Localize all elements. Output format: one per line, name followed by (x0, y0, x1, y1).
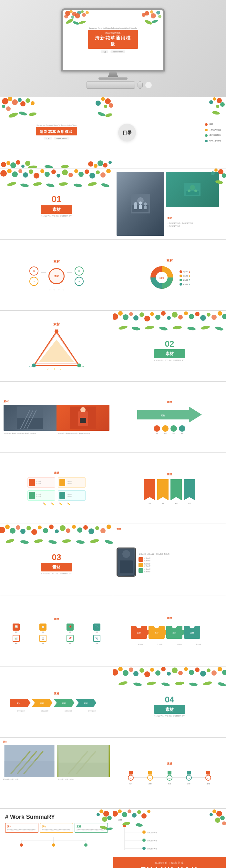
slide10-label: 素材 (167, 400, 172, 404)
svg-point-33 (105, 98, 111, 104)
svg-rect-257 (59, 763, 109, 777)
slide16-label: 素材 (167, 616, 172, 620)
svg-rect-104 (186, 191, 199, 195)
slide17-at4: 文字内容文字 (81, 710, 104, 712)
svg-point-135 (184, 311, 188, 315)
svg-point-304 (216, 811, 222, 816)
svg-point-11 (72, 21, 79, 25)
slide9-text2: 文字内容文字内容文字内容文字内容文字内容 (58, 432, 109, 435)
slide8-sublabel: ANNUAL WORK SUMMARY (154, 359, 185, 361)
svg-point-22 (8, 97, 12, 101)
svg-point-65 (29, 169, 33, 174)
svg-text:素材: 素材 (29, 366, 32, 367)
svg-point-297 (127, 809, 131, 813)
svg-point-232 (178, 671, 183, 675)
slide1-btn2[interactable]: Report Person (54, 137, 69, 140)
slide2-label-4: 明年工作计划 (209, 140, 221, 142)
slide12-ribbon2: 素材 (157, 479, 168, 504)
slide9-photo1 (4, 405, 57, 431)
slide-8-section02: 02 素材 ANNUAL WORK SUMMARY (113, 310, 226, 382)
svg-point-63 (18, 169, 22, 173)
svg-point-243 (147, 681, 156, 686)
svg-marker-165 (184, 479, 195, 500)
svg-point-56 (220, 102, 225, 107)
monitor-display: Europe And The United States To Restore … (0, 0, 226, 97)
slide11-edit-icon1: ✏️ (43, 502, 46, 505)
svg-point-69 (51, 169, 56, 174)
slide1-btn1[interactable]: 汇报 (44, 137, 52, 140)
svg-point-292 (52, 843, 55, 847)
slide21-flowers (80, 809, 113, 835)
slide5-icon3: ⬡ (58, 288, 60, 290)
keyboard (86, 82, 135, 89)
slide5-circles-row: 01 02 素材 03 04 (29, 267, 84, 286)
svg-point-39 (105, 113, 113, 117)
slide1-flowers-left (0, 97, 45, 123)
slide-13-section03: 03 素材 ANNUAL WORK SUMMARY (0, 524, 113, 595)
svg-point-54 (217, 98, 222, 103)
svg-point-240 (222, 670, 226, 675)
slide8-content: 02 素材 ANNUAL WORK SUMMARY (154, 340, 185, 361)
slide1-flowers-right (80, 97, 113, 123)
slide14-icons-row3: 文字内容文字内容 (139, 568, 222, 573)
svg-rect-101 (144, 206, 147, 209)
slide18-flowers-top (113, 666, 226, 689)
slide11-file1: 文字内容文字内容 (28, 477, 55, 488)
monitor-cn-title-big: 清新花草通用模板 (95, 35, 131, 46)
svg-point-279 (103, 811, 109, 816)
svg-point-186 (5, 538, 15, 544)
monitor-cn-title-small: 清新花草通用模板 (93, 32, 133, 35)
svg-point-224 (133, 671, 139, 676)
slide5-icon1: ⬡ (49, 288, 50, 290)
svg-point-299 (137, 810, 141, 814)
slide8-label: 素材 (165, 351, 174, 356)
svg-point-114 (77, 364, 81, 367)
svg-point-98 (139, 202, 142, 205)
svg-point-294 (113, 811, 118, 816)
slide4-flowers (193, 168, 226, 185)
svg-point-100 (144, 203, 147, 206)
slide3-content: 01 素材 ANNUAL WORK SUMMARY (41, 195, 72, 217)
slide15-item4: 📎 素材 (85, 623, 110, 633)
svg-point-32 (28, 112, 36, 117)
svg-point-188 (34, 539, 43, 543)
slide5-icon4: ⬡ (63, 288, 64, 290)
monitor-btn1: 汇报 (101, 51, 108, 53)
slide2-label-1: 素材 (209, 123, 213, 126)
svg-point-9 (85, 11, 89, 14)
svg-point-52 (44, 165, 53, 168)
svg-point-293 (84, 843, 87, 847)
svg-point-172 (31, 529, 37, 535)
svg-point-129 (150, 312, 154, 316)
svg-point-71 (62, 169, 68, 175)
slide16-t2: 文字内容 (152, 644, 168, 645)
svg-point-2 (69, 10, 73, 13)
slide2-item-4: 明年工作计划 (205, 140, 221, 142)
slide22-subtitle: 感谢聆听｜精彩呈现 (155, 861, 184, 865)
slide-16-puzzle: 素材 素材 素材 素材 (113, 595, 226, 666)
svg-point-36 (109, 103, 113, 108)
svg-point-247 (203, 681, 212, 686)
slide15-text1: 素材 (15, 631, 17, 633)
svg-text:素材: 素材 (173, 632, 176, 634)
svg-point-236 (200, 671, 206, 677)
svg-point-184 (101, 528, 106, 533)
slide-9-photo-banner: 素材 (0, 382, 113, 453)
slide-15-timeline-icons: 素材 📊 素材 📋 素材 📌 素材 📎 素材 (0, 595, 113, 666)
slide14-text-content: 文字内容文字内容文字内容文字内容 文字内容文字内容 文字内容文字内容 文字内容文… (139, 553, 222, 573)
slide14-desc1: 文字内容文字内容文字内容文字内容 (139, 553, 222, 556)
svg-point-14 (150, 10, 153, 13)
svg-point-131 (161, 311, 165, 316)
svg-point-241 (118, 681, 128, 686)
svg-point-62 (12, 172, 18, 177)
slide-1-title: Somewhere Continued States To Restore An… (0, 97, 113, 168)
slide4-label: 素材 (167, 217, 218, 220)
svg-point-176 (55, 529, 59, 533)
slide22-title: THANK YOU (141, 866, 198, 868)
slide-17-arrows-process: 素材 素材 素材 素材 素材 (0, 666, 113, 737)
slide-11-file-icons: 素材 文字内容文字内容 文字内容文字内容 文字内容文字内容 (0, 453, 113, 524)
slide2-label-2: 工作完成情况 (209, 128, 221, 131)
svg-point-192 (90, 538, 99, 544)
slide15-item3: 📌 素材 (58, 623, 83, 633)
slide12-ribbon3: 素材 (171, 479, 182, 504)
